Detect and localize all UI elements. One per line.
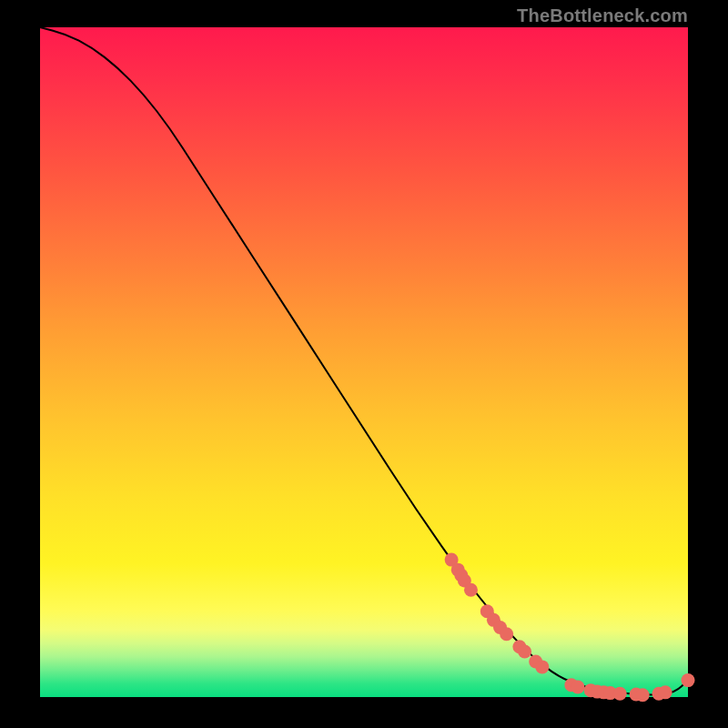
chart-marker bbox=[682, 673, 695, 687]
chart-frame: TheBottleneck.com bbox=[0, 0, 728, 728]
chart-plot-area bbox=[40, 27, 688, 697]
chart-marker bbox=[535, 660, 549, 673]
chart-marker bbox=[464, 583, 478, 597]
chart-marker bbox=[659, 685, 672, 699]
chart-marker bbox=[518, 644, 531, 658]
chart-markers bbox=[445, 553, 695, 703]
watermark-text: TheBottleneck.com bbox=[517, 5, 688, 26]
chart-marker bbox=[636, 688, 650, 702]
bottleneck-curve bbox=[40, 27, 688, 694]
chart-svg bbox=[40, 27, 688, 697]
chart-marker bbox=[613, 687, 627, 701]
chart-marker bbox=[500, 627, 513, 641]
chart-marker bbox=[571, 680, 584, 693]
